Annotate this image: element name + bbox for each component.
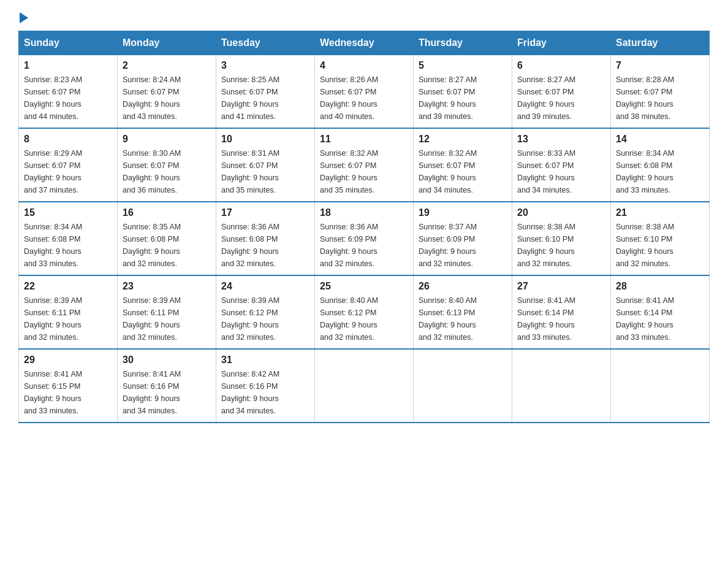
- calendar-cell: 7 Sunrise: 8:28 AM Sunset: 6:07 PM Dayli…: [611, 55, 710, 129]
- day-number: 17: [221, 207, 309, 218]
- calendar-header-row: SundayMondayTuesdayWednesdayThursdayFrid…: [19, 31, 710, 55]
- logo-arrow-icon: [20, 12, 28, 23]
- calendar-week-row: 15 Sunrise: 8:34 AM Sunset: 6:08 PM Dayl…: [19, 202, 710, 275]
- day-info: Sunrise: 8:32 AM Sunset: 6:07 PM Dayligh…: [320, 147, 408, 196]
- calendar-cell: 11 Sunrise: 8:32 AM Sunset: 6:07 PM Dayl…: [315, 128, 414, 202]
- day-info: Sunrise: 8:32 AM Sunset: 6:07 PM Dayligh…: [419, 147, 507, 196]
- day-number: 1: [24, 60, 112, 71]
- calendar-cell: [611, 349, 710, 423]
- day-number: 18: [320, 207, 408, 218]
- calendar-cell: 13 Sunrise: 8:33 AM Sunset: 6:07 PM Dayl…: [512, 128, 611, 202]
- day-number: 31: [221, 354, 309, 366]
- day-number: 23: [123, 281, 211, 292]
- calendar-cell: [512, 349, 611, 423]
- calendar-cell: 15 Sunrise: 8:34 AM Sunset: 6:08 PM Dayl…: [19, 202, 118, 275]
- day-info: Sunrise: 8:23 AM Sunset: 6:07 PM Dayligh…: [24, 74, 112, 123]
- calendar-week-row: 1 Sunrise: 8:23 AM Sunset: 6:07 PM Dayli…: [19, 55, 710, 129]
- day-number: 19: [419, 207, 507, 218]
- day-number: 27: [517, 281, 605, 292]
- day-header-monday: Monday: [118, 31, 216, 55]
- day-info: Sunrise: 8:25 AM Sunset: 6:07 PM Dayligh…: [221, 74, 309, 123]
- day-info: Sunrise: 8:38 AM Sunset: 6:10 PM Dayligh…: [616, 221, 704, 270]
- day-info: Sunrise: 8:37 AM Sunset: 6:09 PM Dayligh…: [419, 221, 507, 270]
- day-number: 25: [320, 281, 408, 292]
- day-info: Sunrise: 8:39 AM Sunset: 6:12 PM Dayligh…: [221, 294, 309, 343]
- day-number: 9: [123, 134, 211, 145]
- day-number: 11: [320, 134, 408, 145]
- day-number: 15: [24, 207, 112, 218]
- day-info: Sunrise: 8:26 AM Sunset: 6:07 PM Dayligh…: [320, 74, 408, 123]
- calendar-cell: 18 Sunrise: 8:36 AM Sunset: 6:09 PM Dayl…: [315, 202, 414, 275]
- calendar-cell: 12 Sunrise: 8:32 AM Sunset: 6:07 PM Dayl…: [414, 128, 512, 202]
- calendar-week-row: 29 Sunrise: 8:41 AM Sunset: 6:15 PM Dayl…: [19, 349, 710, 423]
- day-info: Sunrise: 8:40 AM Sunset: 6:12 PM Dayligh…: [320, 294, 408, 343]
- calendar-cell: 31 Sunrise: 8:42 AM Sunset: 6:16 PM Dayl…: [216, 349, 315, 423]
- day-header-friday: Friday: [512, 31, 611, 55]
- day-info: Sunrise: 8:41 AM Sunset: 6:16 PM Dayligh…: [123, 368, 211, 417]
- day-number: 26: [419, 281, 507, 292]
- calendar-cell: 8 Sunrise: 8:29 AM Sunset: 6:07 PM Dayli…: [19, 128, 118, 202]
- day-header-sunday: Sunday: [19, 31, 118, 55]
- day-number: 8: [24, 134, 112, 145]
- day-info: Sunrise: 8:41 AM Sunset: 6:14 PM Dayligh…: [517, 294, 605, 343]
- calendar-cell: 3 Sunrise: 8:25 AM Sunset: 6:07 PM Dayli…: [216, 55, 315, 129]
- calendar-table: SundayMondayTuesdayWednesdayThursdayFrid…: [18, 31, 710, 423]
- calendar-week-row: 8 Sunrise: 8:29 AM Sunset: 6:07 PM Dayli…: [19, 128, 710, 202]
- day-header-thursday: Thursday: [414, 31, 512, 55]
- day-info: Sunrise: 8:31 AM Sunset: 6:07 PM Dayligh…: [221, 147, 309, 196]
- calendar-cell: 9 Sunrise: 8:30 AM Sunset: 6:07 PM Dayli…: [118, 128, 216, 202]
- calendar-cell: 10 Sunrise: 8:31 AM Sunset: 6:07 PM Dayl…: [216, 128, 315, 202]
- calendar-week-row: 22 Sunrise: 8:39 AM Sunset: 6:11 PM Dayl…: [19, 275, 710, 349]
- day-info: Sunrise: 8:38 AM Sunset: 6:10 PM Dayligh…: [517, 221, 605, 270]
- calendar-cell: 26 Sunrise: 8:40 AM Sunset: 6:13 PM Dayl…: [414, 275, 512, 349]
- logo: [18, 12, 28, 18]
- day-number: 24: [221, 281, 309, 292]
- calendar-cell: 14 Sunrise: 8:34 AM Sunset: 6:08 PM Dayl…: [611, 128, 710, 202]
- day-info: Sunrise: 8:35 AM Sunset: 6:08 PM Dayligh…: [123, 221, 211, 270]
- day-header-saturday: Saturday: [611, 31, 710, 55]
- day-number: 22: [24, 281, 112, 292]
- day-number: 16: [123, 207, 211, 218]
- page-header: [18, 12, 710, 18]
- calendar-cell: 29 Sunrise: 8:41 AM Sunset: 6:15 PM Dayl…: [19, 349, 118, 423]
- day-number: 3: [221, 60, 309, 71]
- calendar-cell: 27 Sunrise: 8:41 AM Sunset: 6:14 PM Dayl…: [512, 275, 611, 349]
- calendar-cell: 19 Sunrise: 8:37 AM Sunset: 6:09 PM Dayl…: [414, 202, 512, 275]
- calendar-cell: [315, 349, 414, 423]
- calendar-cell: 1 Sunrise: 8:23 AM Sunset: 6:07 PM Dayli…: [19, 55, 118, 129]
- calendar-cell: 24 Sunrise: 8:39 AM Sunset: 6:12 PM Dayl…: [216, 275, 315, 349]
- day-info: Sunrise: 8:39 AM Sunset: 6:11 PM Dayligh…: [24, 294, 112, 343]
- day-info: Sunrise: 8:34 AM Sunset: 6:08 PM Dayligh…: [616, 147, 704, 196]
- day-number: 28: [616, 281, 704, 292]
- day-number: 12: [419, 134, 507, 145]
- day-info: Sunrise: 8:29 AM Sunset: 6:07 PM Dayligh…: [24, 147, 112, 196]
- calendar-cell: 5 Sunrise: 8:27 AM Sunset: 6:07 PM Dayli…: [414, 55, 512, 129]
- day-number: 20: [517, 207, 605, 218]
- day-header-tuesday: Tuesday: [216, 31, 315, 55]
- calendar-cell: 20 Sunrise: 8:38 AM Sunset: 6:10 PM Dayl…: [512, 202, 611, 275]
- day-number: 5: [419, 60, 507, 71]
- day-number: 2: [123, 60, 211, 71]
- calendar-cell: 22 Sunrise: 8:39 AM Sunset: 6:11 PM Dayl…: [19, 275, 118, 349]
- day-info: Sunrise: 8:27 AM Sunset: 6:07 PM Dayligh…: [517, 74, 605, 123]
- day-info: Sunrise: 8:39 AM Sunset: 6:11 PM Dayligh…: [123, 294, 211, 343]
- day-header-wednesday: Wednesday: [315, 31, 414, 55]
- day-info: Sunrise: 8:33 AM Sunset: 6:07 PM Dayligh…: [517, 147, 605, 196]
- day-info: Sunrise: 8:24 AM Sunset: 6:07 PM Dayligh…: [123, 74, 211, 123]
- day-number: 29: [24, 354, 112, 366]
- day-number: 4: [320, 60, 408, 71]
- day-info: Sunrise: 8:41 AM Sunset: 6:15 PM Dayligh…: [24, 368, 112, 417]
- day-number: 6: [517, 60, 605, 71]
- day-info: Sunrise: 8:36 AM Sunset: 6:08 PM Dayligh…: [221, 221, 309, 270]
- calendar-cell: 6 Sunrise: 8:27 AM Sunset: 6:07 PM Dayli…: [512, 55, 611, 129]
- calendar-cell: 28 Sunrise: 8:41 AM Sunset: 6:14 PM Dayl…: [611, 275, 710, 349]
- calendar-cell: 21 Sunrise: 8:38 AM Sunset: 6:10 PM Dayl…: [611, 202, 710, 275]
- day-number: 10: [221, 134, 309, 145]
- day-info: Sunrise: 8:28 AM Sunset: 6:07 PM Dayligh…: [616, 74, 704, 123]
- calendar-cell: 4 Sunrise: 8:26 AM Sunset: 6:07 PM Dayli…: [315, 55, 414, 129]
- day-info: Sunrise: 8:40 AM Sunset: 6:13 PM Dayligh…: [419, 294, 507, 343]
- day-info: Sunrise: 8:30 AM Sunset: 6:07 PM Dayligh…: [123, 147, 211, 196]
- day-info: Sunrise: 8:42 AM Sunset: 6:16 PM Dayligh…: [221, 368, 309, 417]
- calendar-cell: [414, 349, 512, 423]
- calendar-cell: 25 Sunrise: 8:40 AM Sunset: 6:12 PM Dayl…: [315, 275, 414, 349]
